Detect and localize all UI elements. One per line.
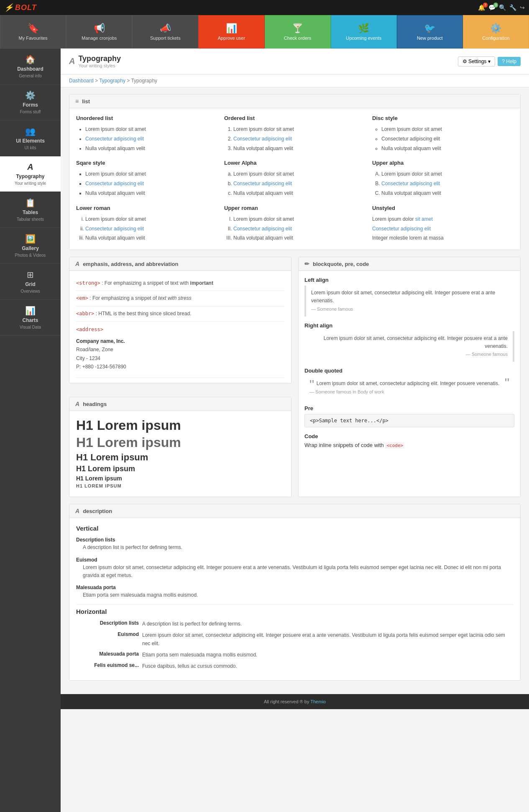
sidebar-dashboard-label: Dashboard	[17, 66, 43, 72]
forms-icon: ⚙️	[25, 90, 36, 100]
quick-btn-configuration[interactable]: ⚙️ Configuration	[463, 15, 529, 49]
page-title: Typography	[78, 54, 121, 63]
new-product-icon: 🐦	[424, 23, 435, 34]
strong-tag: <strong>	[76, 280, 100, 286]
pre-label: Pre	[304, 405, 514, 411]
quick-btn-upcoming-events[interactable]: 🌿 Upcoming events	[331, 15, 397, 49]
settings-button[interactable]: 🔧	[509, 4, 516, 11]
inner-content: ≡ list Unordered list Lorem ipsum dolor …	[61, 87, 529, 694]
charts-icon: 📊	[25, 306, 36, 316]
emphasis-body: <strong> : For emphasizing a snippet of …	[69, 271, 291, 383]
quick-btn-new-product[interactable]: 🐦 New product	[397, 15, 463, 49]
share-button[interactable]: ↪	[520, 4, 525, 11]
list-item: Nulla volutpat aliquam velit	[85, 144, 217, 153]
dl-desc-lists: Description lists A description list is …	[76, 537, 514, 552]
help-button[interactable]: ? Help	[498, 57, 521, 66]
hdl-desc-term: Description lists	[76, 620, 139, 628]
pre-group: Pre <p>Sample text here...</p>	[304, 405, 514, 427]
sidebar-item-grid[interactable]: ⊞ Grid Overviews	[0, 264, 61, 300]
sidebar: 🏠 Dashboard General info ⚙️ Forms Forms …	[0, 49, 61, 812]
quick-btn-check-orders[interactable]: 🍸 Check orders	[265, 15, 331, 49]
abbr-row: <abbr> : HTML is the best thing since sl…	[76, 306, 284, 322]
list-item: Lorem ipsum dolor sit amet	[372, 214, 514, 224]
h1-smaller: H1 Lorem ipsum	[76, 475, 284, 482]
upcoming-events-label: Upcoming events	[346, 36, 381, 41]
search-button[interactable]: 🔍	[499, 4, 506, 11]
list-group-unordered: Unordered list Lorem ipsum dolor sit ame…	[76, 115, 217, 153]
sidebar-tables-sub: Tabular sheets	[17, 217, 44, 222]
footer-brand-link[interactable]: Themio	[310, 699, 326, 704]
breadcrumb: Dashboard > Typography > Typography	[61, 74, 529, 87]
lower-roman-title: Lower roman	[76, 205, 217, 211]
desc-vertical: Vertical Description lists A description…	[76, 525, 514, 599]
quick-btn-my-favourites[interactable]: 🔖 My Favourites	[0, 15, 66, 49]
list-group-lower-roman: Lower roman Lorem ipsum dolor sit amet C…	[76, 205, 217, 243]
list-section-label: list	[82, 98, 90, 105]
bq-double-text: Lorem ipsum dolor sit amet, consectetur …	[317, 380, 500, 386]
sidebar-charts-label: Charts	[22, 317, 38, 323]
notifications-button[interactable]: 🔔7	[478, 4, 485, 11]
emphasis-blockquote-row: A emphasis, address, and abbreviation <s…	[69, 257, 521, 504]
page-subtitle: Your writing styles	[78, 63, 121, 68]
strong-desc: : For emphasizing a snippet of text with	[102, 280, 190, 286]
list-item: Consectetur adipiscing elit	[233, 179, 365, 189]
list-item: Nulla volutpat aliquam velit	[381, 144, 514, 153]
dl-euismod: Euismod Lorem ipsum dolor sit amet, cons…	[76, 557, 514, 580]
bq-left-text: Lorem ipsum dolor sit amet, consectetur …	[311, 290, 495, 304]
strong-row: <strong> : For emphasizing a snippet of …	[76, 276, 284, 291]
sidebar-item-dashboard[interactable]: 🏠 Dashboard General info	[0, 49, 61, 84]
logo-text: BOLT	[15, 3, 37, 12]
breadcrumb-typography1[interactable]: Typography	[99, 78, 125, 84]
settings-dropdown-button[interactable]: ⚙ Settings ▾	[458, 56, 496, 66]
upper-alpha-title: Upper alpha	[372, 160, 514, 166]
h1-gray: H1 Lorem ipsum	[76, 435, 284, 450]
sidebar-item-charts[interactable]: 📊 Charts Visual Data	[0, 300, 61, 336]
bq-double-content: " Lorem ipsum dolor sit amet, consectetu…	[304, 376, 514, 399]
list-item: Lorem ipsum dolor sit amet	[85, 169, 217, 179]
approve-user-label: Approve user	[218, 36, 245, 41]
tables-icon: 📋	[25, 198, 36, 208]
list-item: Consectetur adipiscing elit	[233, 134, 365, 144]
em-example: text with stress	[158, 295, 191, 301]
dashboard-icon: 🏠	[25, 54, 36, 64]
blockquote-body: Left align Lorem ipsum dolor sit amet, c…	[299, 271, 520, 460]
chevron-down-icon: ▾	[488, 59, 491, 64]
abbr-desc: : HTML is the best thing since sliced br…	[96, 311, 192, 317]
check-orders-label: Check orders	[284, 36, 311, 41]
breadcrumb-dashboard[interactable]: Dashboard	[69, 78, 94, 84]
sidebar-typography-label: Typography	[16, 174, 45, 179]
square-title: Sqare style	[76, 160, 217, 166]
quick-btn-manage-cronjobs[interactable]: 📢 Manage cronjobs	[66, 15, 132, 49]
manage-cronjobs-icon: 📢	[94, 23, 105, 34]
sidebar-gallery-sub: Photos & Videos	[15, 253, 46, 258]
sidebar-dashboard-sub: General info	[19, 74, 41, 78]
page-actions: ⚙ Settings ▾ ? Help	[458, 56, 521, 66]
list-section-body: Unordered list Lorem ipsum dolor sit ame…	[69, 108, 520, 250]
sidebar-item-gallery[interactable]: 🖼️ Gallery Photos & Videos	[0, 228, 61, 264]
code-content: Wrap inline snippets of code with <code>	[304, 442, 514, 448]
close-quote-icon: "	[505, 380, 509, 386]
blockquote-header: ✏ blockquote, pre, code	[299, 257, 520, 271]
help-label: ? Help	[502, 59, 516, 64]
headings-icon: A	[75, 401, 79, 407]
list-group-lower-alpha: Lower Alpha Lorem ipsum dolor sit amet C…	[224, 160, 365, 198]
sidebar-item-ui-elements[interactable]: 👥 UI Elements UI kits	[0, 120, 61, 156]
list-group-disc: Disc style Lorem ipsum dolor sit amet Co…	[372, 115, 514, 153]
sidebar-item-typography[interactable]: A Typography Your writing style	[0, 156, 61, 192]
page-title-icon: A	[69, 56, 75, 66]
quick-btn-approve-user[interactable]: 📊 Approve user	[198, 15, 264, 49]
upper-roman-list: Lorem ipsum dolor sit amet Consectetur a…	[224, 214, 365, 243]
page-header: A Typography Your writing styles ⚙ Setti…	[61, 49, 529, 74]
quick-btn-support-tickets[interactable]: 📣 Support tickets	[132, 15, 198, 49]
upper-roman-title: Upper roman	[224, 205, 365, 211]
sidebar-item-forms[interactable]: ⚙️ Forms Forms stuff	[0, 84, 61, 120]
approve-user-icon: 📊	[226, 23, 237, 34]
dl-euismod-def: Lorem ipsum dolor sit amet, consectetur …	[76, 564, 514, 580]
bq-right-content: Lorem ipsum dolor sit amet, consectetur …	[304, 331, 514, 362]
sidebar-item-tables[interactable]: 📋 Tables Tabular sheets	[0, 192, 61, 228]
list-group-upper-roman: Upper roman Lorem ipsum dolor sit amet C…	[224, 205, 365, 243]
page-footer: All right reserved ® by Themio	[61, 694, 529, 709]
hdl-desc-def: A description list is perfect for defini…	[142, 620, 514, 628]
settings-label: ⚙ Settings	[463, 59, 487, 64]
messages-button[interactable]: 💬3	[488, 4, 496, 11]
